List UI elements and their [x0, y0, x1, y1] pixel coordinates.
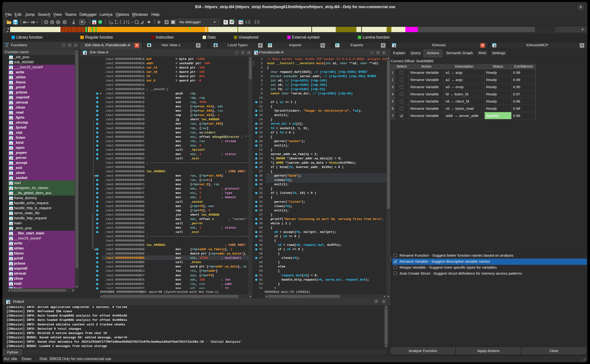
svg-text:t: t — [215, 45, 216, 47]
svg-text:T: T — [52, 21, 53, 24]
